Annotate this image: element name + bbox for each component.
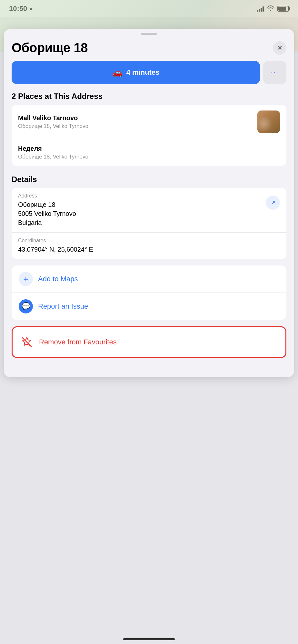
address-line1: Оборище 18 bbox=[18, 200, 76, 209]
remove-favourites-label: Remove from Favourites bbox=[39, 338, 117, 346]
location-sheet: Оборище 18 ✕ 🚗 4 minutes ··· 2 Places at… bbox=[4, 29, 294, 377]
report-icon-wrap: 💬 bbox=[19, 299, 33, 313]
address-label: Address bbox=[18, 193, 76, 199]
car-icon: 🚗 bbox=[112, 68, 123, 78]
ellipsis-icon: ··· bbox=[271, 68, 279, 77]
add-to-maps-label: Add to Maps bbox=[38, 275, 78, 283]
details-card: Address Оборище 18 5005 Veliko Tyrnovo B… bbox=[12, 188, 286, 259]
coordinates-value: 43,07904° N, 25,60024° E bbox=[18, 245, 93, 254]
close-button[interactable]: ✕ bbox=[273, 41, 286, 55]
place-name-2: Неделя bbox=[18, 145, 88, 152]
report-issue-label: Report an Issue bbox=[38, 302, 88, 311]
report-issue-button[interactable]: 💬 Report an Issue bbox=[12, 293, 286, 320]
add-icon-wrap: + bbox=[19, 272, 33, 286]
details-section-title: Details bbox=[4, 172, 294, 188]
close-icon: ✕ bbox=[277, 44, 282, 52]
remove-from-favourites-button[interactable]: Remove from Favourites bbox=[13, 327, 285, 357]
place-item[interactable]: Mall Veliko Tarnovo Оборище 18, Veliko T… bbox=[12, 105, 286, 139]
share-icon: ↗ bbox=[271, 199, 275, 206]
chat-exclamation-icon: 💬 bbox=[22, 302, 30, 311]
location-title: Оборище 18 bbox=[12, 41, 88, 55]
share-directions-button[interactable]: ↗ bbox=[266, 196, 280, 210]
home-indicator bbox=[123, 638, 175, 640]
address-line2: 5005 Veliko Tyrnovo bbox=[18, 209, 76, 218]
drive-button[interactable]: 🚗 4 minutes bbox=[12, 61, 260, 84]
coordinates-detail: Coordinates 43,07904° N, 25,60024° E bbox=[18, 238, 93, 254]
places-card: Mall Veliko Tarnovo Оборище 18, Veliko T… bbox=[12, 105, 286, 166]
places-section-title: 2 Places at This Address bbox=[4, 89, 294, 105]
place-address-1: Оборище 18, Veliko Tyrnovo bbox=[18, 123, 88, 130]
address-detail: Address Оборище 18 5005 Veliko Tyrnovo B… bbox=[18, 193, 76, 227]
address-row: Address Оборище 18 5005 Veliko Tyrnovo B… bbox=[12, 188, 286, 232]
secondary-actions-card: + Add to Maps 💬 Report an Issue bbox=[12, 265, 286, 320]
sheet-header: Оборище 18 ✕ bbox=[4, 35, 294, 58]
add-to-maps-button[interactable]: + Add to Maps bbox=[12, 265, 286, 293]
remove-favourites-card: Remove from Favourites bbox=[12, 326, 286, 358]
coordinates-row: Coordinates 43,07904° N, 25,60024° E bbox=[12, 232, 286, 259]
place-info-1: Mall Veliko Tarnovo Оборище 18, Veliko T… bbox=[18, 114, 88, 130]
svg-line-0 bbox=[22, 338, 31, 347]
star-icon bbox=[20, 336, 33, 349]
place-name-1: Mall Veliko Tarnovo bbox=[18, 114, 88, 122]
plus-icon: + bbox=[23, 274, 28, 284]
coordinates-label: Coordinates bbox=[18, 238, 93, 244]
drive-label: 4 minutes bbox=[126, 68, 160, 77]
place-thumbnail-1 bbox=[257, 111, 280, 133]
place-item[interactable]: Неделя Оборище 18, Veliko Tyrnovo bbox=[12, 139, 286, 166]
primary-actions: 🚗 4 minutes ··· bbox=[4, 58, 294, 89]
star-icon-wrap bbox=[20, 335, 34, 349]
more-button[interactable]: ··· bbox=[263, 61, 286, 84]
address-line3: Bulgaria bbox=[18, 218, 76, 227]
place-address-2: Оборище 18, Veliko Tyrnovo bbox=[18, 154, 88, 160]
place-info-2: Неделя Оборище 18, Veliko Tyrnovo bbox=[18, 145, 88, 160]
